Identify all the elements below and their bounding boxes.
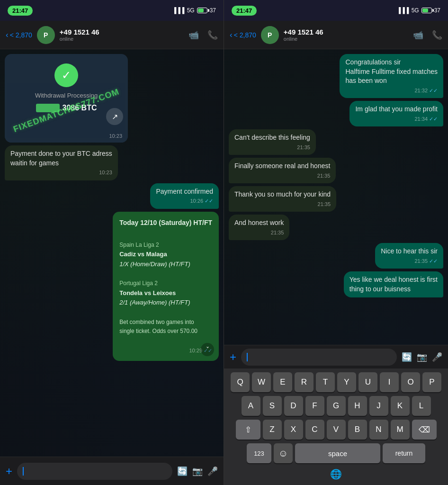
left-text-input[interactable] bbox=[17, 463, 172, 480]
left-phone-panel: 21:47 ▐▐▐ 5G 37 ‹ < 2,870 P +49 1521 46 … bbox=[0, 0, 224, 485]
left-back-count[interactable]: < 2,870 bbox=[10, 31, 32, 39]
key-r[interactable]: R bbox=[295, 372, 314, 392]
yes-deal-bubble: Yes like we deal honest is firstthing to… bbox=[344, 271, 443, 297]
right-battery-level: 37 bbox=[434, 7, 440, 14]
glad-row: Im glad that you made profit 21:34 ✓✓ bbox=[229, 101, 443, 126]
glad-text: Im glad that you made profit bbox=[355, 105, 438, 113]
left-chat-header: ‹ < 2,870 P +49 1521 46 online 📹 📞 bbox=[0, 21, 224, 49]
key-k[interactable]: K bbox=[391, 396, 410, 416]
left-input-bar: + 🔄 📷 🎤 bbox=[0, 457, 224, 485]
kb-text-field[interactable] bbox=[241, 349, 397, 366]
key-p[interactable]: P bbox=[422, 372, 441, 392]
cant-describe-text: Can't describe this feeling bbox=[234, 134, 310, 141]
numbers-key[interactable]: 123 bbox=[247, 443, 271, 463]
sticker-icon[interactable]: 🔄 bbox=[177, 466, 188, 476]
yes-deal-text: Yes like we deal honest is firstthing to… bbox=[349, 276, 438, 293]
key-q[interactable]: Q bbox=[231, 372, 250, 392]
thankyou-bubble: Thank you so much for your kind 21:35 bbox=[229, 186, 336, 212]
right-contact-name: +49 1521 46 bbox=[284, 28, 408, 36]
thankyou-time: 21:35 bbox=[234, 201, 331, 208]
key-l[interactable]: L bbox=[412, 396, 431, 416]
double-tick-icon: ✓✓ bbox=[205, 198, 213, 205]
kb-plus-button[interactable]: + bbox=[230, 350, 236, 364]
shift-key[interactable]: ⇧ bbox=[236, 420, 260, 440]
keyboard-input-row: + 🔄 📷 🎤 bbox=[224, 345, 448, 368]
finally-row: Finally someone real and honest 21:35 bbox=[229, 158, 443, 183]
payment-confirmed-text: Payment confirmed bbox=[156, 188, 213, 195]
key-n[interactable]: N bbox=[369, 420, 388, 440]
finally-text: Finally someone real and honest bbox=[234, 162, 330, 170]
voice-call-icon[interactable]: 📞 bbox=[207, 30, 218, 40]
key-z[interactable]: Z bbox=[263, 420, 282, 440]
left-contact-name: +49 1521 46 bbox=[60, 28, 184, 36]
keyboard-row-1: Q W E R T Y U I O P bbox=[226, 372, 446, 392]
honest-work-time: 21:35 bbox=[234, 229, 284, 236]
camera-icon[interactable]: 📷 bbox=[192, 466, 203, 476]
key-c[interactable]: C bbox=[305, 420, 324, 440]
right-network-type: 5G bbox=[412, 7, 419, 14]
finally-bubble: Finally someone real and honest 21:35 bbox=[229, 158, 336, 183]
key-u[interactable]: U bbox=[358, 372, 377, 392]
finally-time: 21:35 bbox=[234, 172, 330, 180]
key-g[interactable]: G bbox=[327, 396, 346, 416]
network-type: 5G bbox=[187, 7, 195, 14]
key-b[interactable]: B bbox=[348, 420, 367, 440]
expand-button[interactable]: ˅ bbox=[201, 343, 214, 356]
withdrawal-message-row: ✓ Withdrawal Processing 3086 BTC FIXEDMA… bbox=[5, 54, 219, 143]
key-v[interactable]: V bbox=[327, 420, 346, 440]
left-avatar[interactable]: P bbox=[37, 26, 55, 44]
games-card: Today 12/10 (Saturday) HT/FT Spain La Li… bbox=[113, 212, 219, 361]
space-key[interactable]: space bbox=[295, 443, 380, 463]
right-video-call-icon[interactable]: 📹 bbox=[413, 30, 423, 40]
right-contact-status: online bbox=[284, 36, 408, 42]
key-y[interactable]: Y bbox=[337, 372, 356, 392]
games-card-row: Today 12/10 (Saturday) HT/FT Spain La Li… bbox=[5, 212, 219, 361]
emoji-key[interactable]: ☺ bbox=[274, 443, 293, 463]
nice-hear-time: 21:35 ✓✓ bbox=[381, 258, 438, 265]
right-chat-area: Congratulations sirHalftime Fulltime fix… bbox=[224, 49, 448, 338]
key-t[interactable]: T bbox=[316, 372, 335, 392]
kb-mic-icon[interactable]: 🎤 bbox=[432, 352, 442, 362]
return-key[interactable]: return bbox=[383, 443, 425, 463]
right-back-count[interactable]: < 2,870 bbox=[234, 31, 256, 39]
key-s[interactable]: S bbox=[263, 396, 282, 416]
games-time: 10:29 ✓✓ bbox=[119, 347, 212, 355]
payment-done-row: Payment done to your BTC adresswaitin fo… bbox=[5, 145, 219, 180]
right-status-bar: 21:47 ▐▐▐ 5G 37 bbox=[224, 0, 448, 21]
cant-describe-time: 21:35 bbox=[234, 144, 310, 151]
key-a[interactable]: A bbox=[242, 396, 260, 416]
battery-level: 37 bbox=[210, 7, 216, 14]
key-w[interactable]: W bbox=[252, 372, 271, 392]
right-back-button[interactable]: ‹ < 2,870 bbox=[230, 30, 256, 40]
tip2-label: 2/1 (Away/Home) (HT/FT) bbox=[119, 298, 212, 308]
right-avatar[interactable]: P bbox=[261, 26, 279, 44]
left-plus-button[interactable]: + bbox=[6, 465, 12, 478]
honest-work-bubble: And honest work 21:35 bbox=[229, 215, 289, 240]
delete-key[interactable]: ⌫ bbox=[412, 420, 437, 440]
key-h[interactable]: H bbox=[348, 396, 367, 416]
key-m[interactable]: M bbox=[391, 420, 410, 440]
key-d[interactable]: D bbox=[284, 396, 303, 416]
kb-camera-icon[interactable]: 📷 bbox=[417, 352, 427, 362]
key-x[interactable]: X bbox=[284, 420, 303, 440]
globe-key[interactable]: 🌐 bbox=[326, 465, 346, 483]
key-f[interactable]: F bbox=[305, 396, 324, 416]
key-e[interactable]: E bbox=[273, 372, 292, 392]
video-call-icon[interactable]: 📹 bbox=[188, 30, 199, 40]
nice-hear-row: Nice to hear this sir 21:35 ✓✓ bbox=[229, 243, 443, 269]
congrats-row: Congratulations sirHalftime Fulltime fix… bbox=[229, 54, 443, 98]
key-i[interactable]: I bbox=[380, 372, 399, 392]
mic-icon[interactable]: 🎤 bbox=[207, 466, 218, 476]
keyboard-row-4: 123 ☺ space return bbox=[226, 443, 446, 463]
key-j[interactable]: J bbox=[369, 396, 388, 416]
cant-describe-bubble: Can't describe this feeling 21:35 bbox=[229, 129, 316, 155]
yes-deal-row: Yes like we deal honest is firstthing to… bbox=[229, 271, 443, 297]
right-contact-info: +49 1521 46 online bbox=[284, 28, 408, 42]
share-button[interactable]: ↗ bbox=[106, 108, 123, 125]
text-cursor bbox=[23, 467, 24, 476]
key-o[interactable]: O bbox=[401, 372, 420, 392]
right-voice-call-icon[interactable]: 📞 bbox=[432, 30, 442, 40]
payment-confirmed-bubble: Payment confirmed 10:26 ✓✓ bbox=[150, 183, 219, 209]
left-back-button[interactable]: ‹ < 2,870 bbox=[6, 30, 32, 40]
kb-sticker-icon[interactable]: 🔄 bbox=[402, 352, 412, 362]
